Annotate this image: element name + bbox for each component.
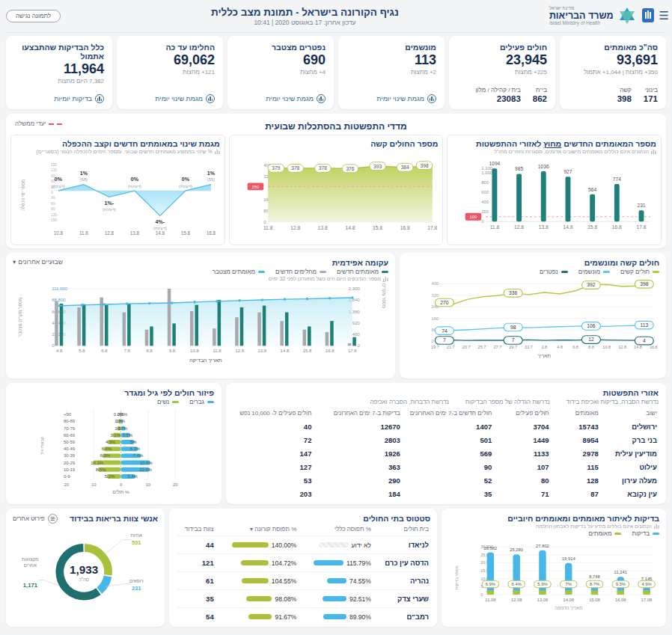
legend-item[interactable]: נפטרים [540,269,568,275]
svg-text:23.7: 23.7 [462,345,471,349]
cell-value: 12670 [313,420,401,433]
svg-text:100: 100 [470,215,478,219]
svg-text:378: 378 [318,165,326,171]
kpi-card-deceased: נפטרים מצטבר 690 ‎+4 מחצות מגמת שינוי יו… [227,36,334,109]
others-detail-button[interactable]: ☰ פירוט אחרים [13,514,58,524]
column-header[interactable]: % תפוסה כללי [298,524,373,536]
hospital-table-row[interactable]: שערי צדק92.51%98.08%35 [176,590,430,608]
column-header[interactable]: בית חולים [373,524,430,536]
cell-value: 569 [402,447,493,460]
cell-value: 363 [313,460,401,473]
svg-text:אחרים: אחרים [24,562,37,568]
spread-table-row[interactable]: בני ברק89541449501280372 [233,433,659,447]
chart-title: מגמת שינוי במאומתים חדשים וקצב ההכפלה [16,139,220,148]
svg-text:0%: 0% [131,177,139,182]
daily-trend-link[interactable]: מגמת שינוי יומית [125,94,215,103]
svg-text:11.08: 11.08 [485,598,495,602]
section-title: מדדי התפשטות בהסתכלות שבועית [265,121,407,132]
spread-legend: נדרשת הסברה, בדיקות ואכיפת בידוד נדרשת ה… [233,399,659,405]
svg-text:27.7: 27.7 [493,345,501,349]
legend-swatch [561,271,568,273]
hospital-table-row[interactable]: הדסה עין כרם115.79%104.72%121 [176,554,430,572]
chart-subtitle: הנתונים אינם כוללים מידע על בדיקות לאבחו… [448,524,659,529]
footer-link-label: מגמת שינוי יומית [266,95,314,102]
svg-text:8,748: 8,748 [589,574,600,579]
legend-item[interactable]: מונשמים [578,269,610,275]
info-bars-icon [215,149,220,154]
row-severe-epidemic: חולים קשה ומונשמים חולים קשים מונשמים נפ… [6,253,666,378]
svg-text:13.8: 13.8 [539,224,549,230]
svg-text:מספר בדיקות: מספר בדיקות [454,565,459,589]
column-header[interactable]: חולים פעילים ל- 10,000 נפש [233,408,313,420]
column-header[interactable]: מאומתים [551,408,600,420]
svg-text:270: 270 [440,300,448,305]
hospital-table-row[interactable]: רמב"ם89.90%91.67%54 [176,608,430,626]
weeks-filter-dropdown[interactable]: שבועיים אחרונים ▾ [13,258,63,266]
table-title: אזורי התפשטות [233,388,659,397]
svg-text:11.8: 11.8 [79,230,88,236]
bar-chart-icon [317,94,326,103]
svg-text:17.08: 17.08 [641,598,653,602]
svg-text:1094: 1094 [489,161,501,166]
accessibility-button[interactable]: לתמונה נגישה [6,10,61,22]
svg-text:% חולים: % חולים [113,489,129,494]
column-header[interactable]: צוות בבידוד [176,524,216,536]
occupancy-value: 92.51% [349,595,371,603]
svg-text:10: 10 [146,482,151,487]
kpi-delta: ‎+2 מחצות [346,69,436,76]
hamburger-menu-icon[interactable]: ☰ [659,9,669,22]
info-bars-icon [651,149,656,154]
hospital-table-row[interactable]: לניאדולא ידוע140.00%44 [176,536,430,554]
spread-table-row[interactable]: ירושלים15743370414071267040 [233,420,659,433]
svg-text:1%: 1% [80,171,88,176]
column-header[interactable]: חולים פעילים [493,408,550,420]
spread-table-row[interactable]: עין נקובא877135184203 [233,487,659,500]
svg-text:-30: -30 [51,196,56,200]
substat-value: 171 [644,94,658,103]
svg-text:378: 378 [291,165,299,171]
footer-link-label: בדיקות יומיות [54,95,92,102]
svg-text:7%: 7% [566,582,572,586]
svg-text:320: 320 [432,293,439,298]
legend-item[interactable]: מחלימים חדשים [275,269,326,275]
kpi-title: החלימו עד כה [125,43,215,52]
daily-trend-link[interactable]: מגמת שינוי יומית [236,94,326,103]
chart-box-change-rate: מגמת שינוי במאומתים חדשים וקצב ההכפלה % … [10,135,225,245]
cell-value: 71 [493,487,550,500]
legend-item[interactable]: חולים קשים [620,269,659,275]
daily-tests-link[interactable]: בדיקות יומיות [14,94,104,103]
spread-table-row[interactable]: מודיעין עילית297811335691926147 [233,447,659,460]
cell-value: 1407 [402,420,493,433]
svg-text:1%: 1% [207,171,216,176]
cell-value: 90 [402,460,493,473]
spread-table-row[interactable]: עילוט11510790363127 [233,460,659,473]
chevron-down-icon: ▾ [13,258,16,266]
kpi-title: חולים פעילים [457,43,547,52]
spread-table-row[interactable]: ג'דיידה-מכר96654738931 [233,500,659,504]
daily-trend-link[interactable]: מגמת שינוי יומית [346,94,436,103]
hospital-table-row[interactable]: נהריה74.55%104.55%61 [176,572,430,590]
svg-text:מספר ימי הכפלה: מספר ימי הכפלה [20,180,25,211]
spread-table-row[interactable]: מעלה עירון128805229053 [233,473,659,487]
state-emblem-icon [641,7,656,24]
city-name: ירושלים [600,420,659,433]
legend-item-women[interactable]: נשים [157,399,179,405]
legend-item[interactable]: מאומתים מצטבר [213,269,265,275]
column-header[interactable]: % תפוסת קורונה ▾ [216,524,299,536]
column-header[interactable]: בדיקות ב-7 ימים האחרונים [313,408,401,420]
city-name: בני ברק [600,433,659,447]
legend-swatch [172,401,179,403]
legend-item-confirmed[interactable]: מאומתים [588,530,621,537]
svg-text:25,280: 25,280 [510,547,523,552]
svg-text:6.4%: 6.4% [101,447,112,451]
column-header[interactable]: חולים חדשים ב-7 ימים האחרונים [402,408,493,420]
svg-text:985: 985 [515,166,523,171]
svg-text:6.8: 6.8 [572,345,578,349]
legend-item-men[interactable]: גברים [189,399,214,405]
legend-item-tests[interactable]: בדיקות [632,530,659,537]
legend-item[interactable]: מאומתים חדשים [337,269,388,275]
severe-vented-chart: 0801602403204002703363923987498106113771… [406,275,659,367]
gov-targets-label: יעדי ממשלה [15,120,46,127]
substat-label: בי"ח [533,87,547,93]
column-header[interactable]: ישוב [600,408,659,420]
